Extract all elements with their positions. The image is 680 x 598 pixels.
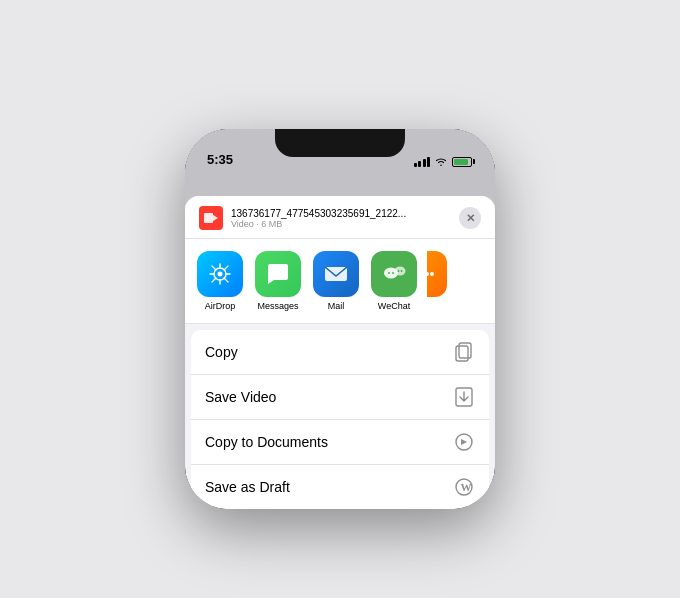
svg-point-10 (401, 270, 403, 272)
share-sheet: 136736177_477545303235691_2122... Video … (185, 196, 495, 509)
copy-icon (453, 341, 475, 363)
app-label-airdrop: AirDrop (205, 301, 236, 311)
action-save-video-label: Save Video (205, 389, 276, 405)
action-save-draft-label: Save as Draft (205, 479, 290, 495)
actions-list: Copy Save Video (191, 330, 489, 509)
file-meta: Video · 6 MB (231, 219, 459, 229)
documents-icon (453, 431, 475, 453)
app-more[interactable] (427, 251, 447, 311)
action-save-video[interactable]: Save Video (191, 375, 489, 420)
action-copy-documents-label: Copy to Documents (205, 434, 328, 450)
apps-row: AirDrop Messages (185, 239, 495, 324)
file-icon (199, 206, 223, 230)
svg-point-7 (388, 272, 390, 274)
app-mail[interactable]: Mail (311, 251, 361, 311)
draft-icon: W (453, 476, 475, 498)
svg-point-8 (392, 272, 394, 274)
phone-wrapper: 5:35 (180, 89, 500, 509)
svg-text:W: W (461, 481, 472, 493)
file-name: 136736177_477545303235691_2122... (231, 208, 459, 219)
action-copy[interactable]: Copy (191, 330, 489, 375)
svg-marker-1 (213, 215, 218, 221)
close-button[interactable]: ✕ (459, 207, 481, 229)
svg-rect-0 (204, 213, 213, 223)
app-label-mail: Mail (328, 301, 345, 311)
app-messages[interactable]: Messages (253, 251, 303, 311)
share-header: 136736177_477545303235691_2122... Video … (185, 196, 495, 239)
app-wechat[interactable]: WeChat (369, 251, 419, 311)
share-file-info: 136736177_477545303235691_2122... Video … (199, 206, 459, 230)
action-copy-label: Copy (205, 344, 238, 360)
svg-point-9 (398, 270, 400, 272)
svg-rect-14 (456, 346, 468, 361)
phone-frame: 5:35 (185, 129, 495, 509)
svg-point-12 (427, 272, 429, 276)
svg-point-13 (430, 272, 434, 276)
file-details: 136736177_477545303235691_2122... Video … (231, 208, 459, 229)
app-label-messages: Messages (257, 301, 298, 311)
svg-rect-15 (459, 343, 471, 358)
svg-point-6 (395, 267, 406, 276)
svg-point-3 (218, 272, 223, 277)
close-icon: ✕ (466, 213, 475, 224)
phone-screen: 5:35 (185, 129, 495, 509)
app-airdrop[interactable]: AirDrop (195, 251, 245, 311)
action-save-draft[interactable]: Save as Draft W (191, 465, 489, 509)
app-label-wechat: WeChat (378, 301, 410, 311)
save-video-icon (453, 386, 475, 408)
action-copy-documents[interactable]: Copy to Documents (191, 420, 489, 465)
